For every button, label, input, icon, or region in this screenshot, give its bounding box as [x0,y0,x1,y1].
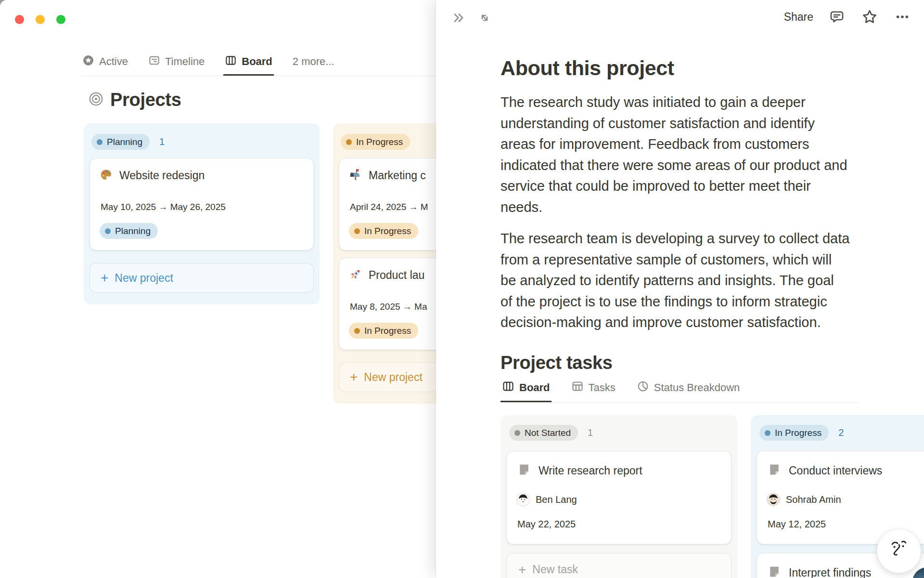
close-button[interactable] [15,15,24,24]
rocket-icon [349,268,362,283]
more-ellipsis-icon[interactable] [893,8,911,26]
card-date-range: May 10, 2025 → May 26, 2025 [101,202,226,212]
task-view-tabs: Board Tasks Status Breakdown [500,375,859,403]
task-column-not-started: Not Started 1 Write research report Ben … [500,415,737,578]
status-dot [97,139,103,145]
section-heading-about: About this project [500,56,674,80]
status-pill-in-progress[interactable]: In Progress [341,134,410,150]
palette-icon [100,168,113,183]
status-dot [765,430,770,436]
minimize-button[interactable] [36,15,45,24]
assignee-row: Ben Lang [516,493,577,506]
board-view-icon [502,380,514,395]
plus-icon: + [518,563,526,577]
view-tab-label: Active [99,55,128,68]
task-tab-board[interactable]: Board [500,375,552,402]
star-icon[interactable] [860,8,879,26]
page-title: Projects [110,90,181,110]
page-icon [768,463,781,478]
status-pill-not-started[interactable]: Not Started [509,425,578,441]
assignee-name: Sohrab Amin [786,494,841,505]
column-count: 1 [588,427,593,438]
card-title: Website redesign [119,169,205,182]
assignee-row: Sohrab Amin [767,493,841,506]
about-paragraph-2: The research team is developing a survey… [500,228,881,333]
double-chevron-right-icon[interactable] [449,9,468,27]
comment-icon[interactable] [828,8,846,26]
status-pill-planning[interactable]: Planning [91,134,150,150]
new-task-button[interactable]: + New task [506,553,732,578]
task-tab-tasks[interactable]: Tasks [570,375,617,402]
mailbox-icon [349,168,362,183]
card-status-pill: Planning [100,223,158,239]
view-tab-timeline[interactable]: Timeline [147,49,206,76]
table-view-icon [571,380,584,395]
section-heading-tasks: Project tasks [500,353,613,373]
column-count: 2 [838,427,844,438]
status-dot [346,139,352,145]
view-tab-more[interactable]: 2 more... [291,49,336,76]
project-column-planning: Planning 1 Website redesign May 10, 2025… [84,123,320,304]
view-tab-active[interactable]: Active [81,49,129,76]
view-tab-label: Board [242,55,272,68]
avatar-sohrab-amin [767,493,780,506]
notion-window: Active Timeline Board 2 more... Projects… [0,0,924,578]
view-tab-label: Timeline [165,55,205,68]
share-button[interactable]: Share [784,11,813,24]
card-date-range: April 24, 2025 → M [350,202,428,212]
page-icon [768,565,781,578]
task-date: May 22, 2025 [517,519,576,530]
zoom-button[interactable] [56,15,65,24]
column-count: 1 [159,136,165,147]
plus-icon: + [101,271,108,285]
page-icon [517,463,531,478]
notion-ai-button[interactable] [877,529,921,573]
plus-icon: + [350,370,358,384]
task-tab-status-breakdown[interactable]: Status Breakdown [635,375,742,402]
new-project-button[interactable]: + New project [90,263,314,293]
view-tab-label: 2 more... [293,55,334,68]
window-controls [15,15,65,24]
card-title: Product lau [369,269,424,282]
ai-face-icon [887,538,911,565]
about-paragraph-1: The research study was initiated to gain… [500,92,881,218]
expand-diagonal-icon[interactable] [475,9,494,27]
view-tab-board[interactable]: Board [223,49,274,76]
project-card-website-redesign[interactable]: Website redesign May 10, 2025 → May 26, … [90,158,314,250]
task-date: May 12, 2025 [768,519,826,530]
card-date-range: May 8, 2025 → Ma [350,302,427,312]
card-status-pill: In Progress [349,223,418,239]
assignee-name: Ben Lang [536,494,577,505]
status-dot [514,430,520,436]
target-icon [89,92,103,108]
side-peek-panel: Share About this project The research st… [436,0,924,578]
view-tabs: Active Timeline Board 2 more... [81,49,443,76]
timeline-view-icon [148,54,160,69]
starred-view-icon [82,54,94,69]
status-pill-in-progress[interactable]: In Progress [759,425,829,441]
pie-chart-icon [637,380,649,395]
card-title: Marketing c [369,169,426,182]
avatar-ben-lang [516,493,530,506]
page-title-row: Projects [89,90,181,110]
task-card-write-research-report[interactable]: Write research report Ben Lang May 22, 2… [506,451,732,544]
board-view-icon [225,54,237,69]
card-status-pill: In Progress [349,323,418,339]
